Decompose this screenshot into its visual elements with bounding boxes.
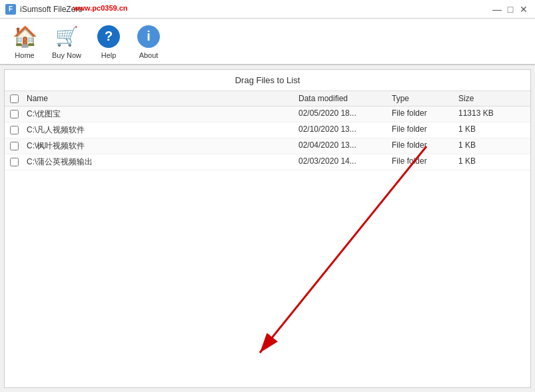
app-icon: F — [5, 4, 16, 15]
title-bar: F iSumsoft FileZero www.pc0359.cn — □ ✕ — [0, 0, 535, 19]
row-checkbox-3[interactable] — [10, 158, 19, 166]
file-list: C:\优图宝 02/05/2020 18... File folder 1131… — [5, 106, 530, 387]
col-size: Size — [458, 94, 505, 103]
file-size-1: 1 KB — [458, 124, 505, 136]
watermark: www.pc0359.cn — [73, 4, 128, 12]
row-checkbox-2[interactable] — [10, 142, 19, 150]
file-name-2: C:\枫叶视频软件 — [27, 140, 298, 152]
table-row[interactable]: C:\枫叶视频软件 02/04/2020 13... File folder 1… — [5, 138, 530, 154]
toolbar-about[interactable]: i About — [131, 21, 167, 62]
file-type-3: File folder — [392, 156, 458, 168]
file-type-0: File folder — [392, 108, 458, 120]
close-button[interactable]: ✕ — [518, 3, 530, 15]
help-label: Help — [101, 51, 117, 59]
file-extra-0 — [505, 108, 525, 120]
file-type-2: File folder — [392, 140, 458, 152]
table-row[interactable]: C:\凡人视频软件 02/10/2020 13... File folder 1… — [5, 122, 530, 138]
col-extra — [505, 94, 525, 103]
about-label: About — [139, 51, 159, 59]
toolbar-buynow[interactable]: Buy Now — [47, 21, 87, 62]
file-size-0: 11313 KB — [458, 108, 505, 120]
table-row[interactable]: C:\蒲公英视频输出 02/03/2020 14... File folder … — [5, 154, 530, 170]
buynow-icon — [54, 24, 79, 49]
minimize-button[interactable]: — — [491, 3, 503, 15]
buynow-label: Buy Now — [52, 51, 81, 59]
file-size-3: 1 KB — [458, 156, 505, 168]
about-icon: i — [136, 24, 161, 49]
file-type-1: File folder — [392, 124, 458, 136]
window-controls: — □ ✕ — [491, 3, 530, 15]
file-date-2: 02/04/2020 13... — [298, 140, 392, 152]
help-icon: ? — [96, 24, 121, 49]
file-name-1: C:\凡人视频软件 — [27, 124, 298, 136]
col-date: Data modified — [298, 94, 392, 103]
main-panel: Drag Files to List Name Data modified Ty… — [4, 69, 531, 388]
maximize-button[interactable]: □ — [504, 3, 516, 15]
file-extra-1 — [505, 124, 525, 136]
file-extra-2 — [505, 140, 525, 152]
home-icon — [12, 24, 37, 49]
toolbar-home[interactable]: Home — [7, 21, 43, 62]
file-date-0: 02/05/2020 18... — [298, 108, 392, 120]
select-all-checkbox[interactable] — [10, 95, 19, 103]
col-name: Name — [27, 94, 298, 103]
table-row[interactable]: C:\优图宝 02/05/2020 18... File folder 1131… — [5, 106, 530, 122]
toolbar-help[interactable]: ? Help — [91, 21, 127, 62]
col-type: Type — [392, 94, 458, 103]
drag-header: Drag Files to List — [5, 70, 530, 91]
file-list-header: Name Data modified Type Size — [5, 91, 530, 106]
toolbar: Home Buy Now ? Help i About — [0, 19, 535, 65]
file-size-2: 1 KB — [458, 140, 505, 152]
file-date-1: 02/10/2020 13... — [298, 124, 392, 136]
file-date-3: 02/03/2020 14... — [298, 156, 392, 168]
file-extra-3 — [505, 156, 525, 168]
home-label: Home — [15, 51, 34, 59]
row-checkbox-0[interactable] — [10, 110, 19, 118]
file-name-3: C:\蒲公英视频输出 — [27, 156, 298, 168]
file-name-0: C:\优图宝 — [27, 108, 298, 120]
row-checkbox-1[interactable] — [10, 126, 19, 134]
